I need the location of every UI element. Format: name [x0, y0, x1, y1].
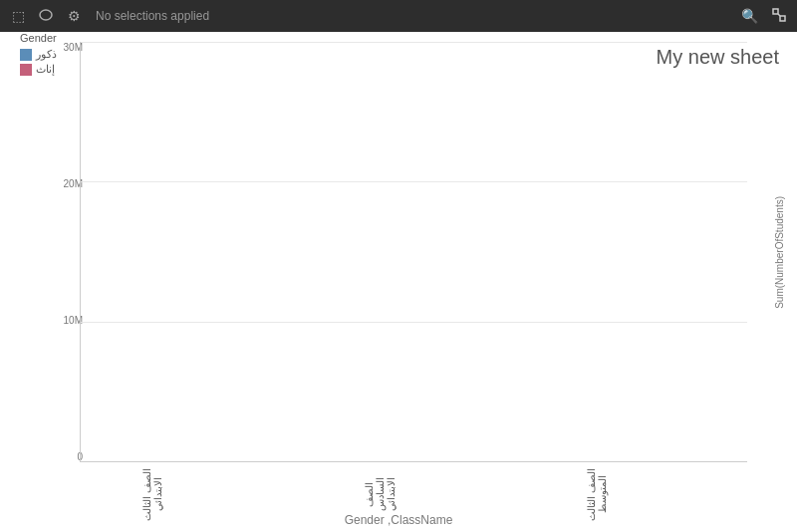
y-axis-title-wrapper: Sum(NumberOfStudents)	[769, 42, 789, 462]
toolbar-right: 🔍	[739, 7, 789, 26]
svg-point-0	[40, 10, 52, 20]
settings-icon[interactable]: ⚙	[64, 8, 84, 24]
lasso-icon[interactable]	[36, 7, 56, 26]
fullscreen-icon[interactable]	[769, 7, 789, 26]
bars-area	[80, 42, 747, 462]
svg-line-3	[778, 14, 780, 16]
toolbar-status: No selections applied	[96, 9, 731, 23]
legend-color-male	[20, 49, 32, 61]
y-axis-labels: 30M 20M 10M 0	[48, 42, 83, 462]
svg-rect-2	[780, 16, 785, 21]
svg-rect-1	[773, 9, 778, 14]
y-axis-title: Sum(NumberOfStudents)	[774, 196, 785, 309]
search-icon[interactable]: 🔍	[739, 8, 759, 24]
select-icon[interactable]: ⬚	[8, 8, 28, 24]
sheet-area: My new sheet Gender ذكور إناث 30M 20M 10…	[0, 32, 797, 532]
toolbar: ⬚ ⚙ No selections applied 🔍	[0, 0, 797, 32]
legend-color-female	[20, 64, 32, 76]
x-axis-title: Gender ,ClassName	[0, 513, 797, 527]
